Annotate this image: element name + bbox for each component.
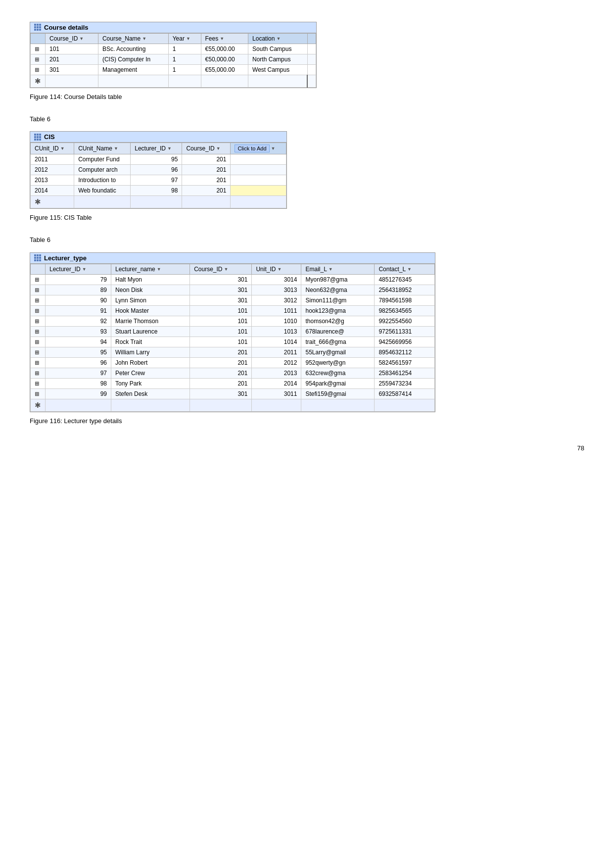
row-expand[interactable]: ⊞ xyxy=(31,388,46,399)
row-expand[interactable]: ⊞ xyxy=(31,357,46,368)
cell-cunit-name: Computer arch xyxy=(74,165,131,175)
col-header-lecturer-id[interactable]: Lecturer_ID ▼ xyxy=(46,264,111,274)
cell-empty xyxy=(301,399,375,411)
col-header-cunit-name[interactable]: CUnit_Name ▼ xyxy=(74,143,131,154)
cell-email: trait_666@gma xyxy=(301,337,375,347)
row-expand[interactable]: ⊞ xyxy=(31,368,46,378)
col-header-click-to-add[interactable]: Click to Add ▼ xyxy=(231,143,286,154)
row-expand[interactable]: ⊞ xyxy=(31,316,46,326)
new-record-marker: ✱ xyxy=(31,196,74,208)
course-id-sort-arrow[interactable]: ▼ xyxy=(216,146,221,151)
cis-title-bar: CIS xyxy=(30,132,286,143)
col-header-year[interactable]: Year ▼ xyxy=(168,33,201,44)
row-expand[interactable]: ⊞ xyxy=(31,378,46,388)
row-expand[interactable]: ⊞ xyxy=(31,326,46,337)
table6-label: Table 6 xyxy=(30,236,584,243)
col-header-location[interactable]: Location ▼ xyxy=(248,33,307,44)
col-header-lecturer-id[interactable]: Lecturer_ID ▼ xyxy=(131,143,182,154)
lecturer-type-figure-label: Figure 116: Lecturer type details xyxy=(30,417,584,425)
cell-email: hook123@gma xyxy=(301,305,375,316)
cell-year: 1 xyxy=(168,44,201,54)
new-record-marker: ✱ xyxy=(31,75,46,87)
cell-email: Neon632@gma xyxy=(301,285,375,295)
cell-empty xyxy=(252,399,301,411)
cell-lid: 98 xyxy=(46,378,111,388)
col-header-cunit-id[interactable]: CUnit_ID ▼ xyxy=(31,143,74,154)
cell-cunit-id: 2013 xyxy=(31,175,74,186)
cell-cunit-name: Web foundatic xyxy=(74,186,131,196)
col-header-course-name[interactable]: Course_Name ▼ xyxy=(98,33,168,44)
cell-contact: 9922554560 xyxy=(375,316,435,326)
col-header-course-id[interactable]: Course_ID ▼ xyxy=(182,143,231,154)
course-name-sort-arrow[interactable]: ▼ xyxy=(142,36,146,41)
cell-contact: 9725611331 xyxy=(375,326,435,337)
lname-sort-arrow[interactable]: ▼ xyxy=(157,267,161,272)
col-header-lecturer-name[interactable]: Lecturer_name ▼ xyxy=(111,264,190,274)
row-expand[interactable]: ⊞ xyxy=(31,285,46,295)
row-expand[interactable]: ⊞ xyxy=(31,295,46,305)
col-header-email[interactable]: Email_L ▼ xyxy=(301,264,375,274)
col-header-fees[interactable]: Fees ▼ xyxy=(201,33,248,44)
cell-course-name: BSc. Accounting xyxy=(98,44,168,54)
row-expand[interactable]: ⊞ xyxy=(31,274,46,285)
cell-email: 952qwerty@gn xyxy=(301,357,375,368)
cell-cid: 101 xyxy=(190,305,252,316)
cell-course-name: (CIS) Computer In xyxy=(98,54,168,64)
uid-sort-arrow[interactable]: ▼ xyxy=(277,267,282,272)
lid-sort-arrow[interactable]: ▼ xyxy=(82,267,87,272)
cell-uid: 2012 xyxy=(252,357,301,368)
table-row: ⊞ 101 BSc. Accounting 1 €55,000.00 South… xyxy=(31,44,316,54)
cell-lname: Stuart Laurence xyxy=(111,326,190,337)
cunit-name-sort-arrow[interactable]: ▼ xyxy=(114,146,118,151)
cell-empty xyxy=(375,399,435,411)
lecturer-id-sort-arrow[interactable]: ▼ xyxy=(167,146,172,151)
table-row: ⊞ 89 Neon Disk 301 3013 Neon632@gma 2564… xyxy=(31,285,435,295)
location-sort-arrow[interactable]: ▼ xyxy=(276,36,281,41)
cis-section: CIS CUnit_ID ▼ CUnit_Name ▼ xyxy=(30,130,584,222)
course-id-sort-arrow[interactable]: ▼ xyxy=(79,36,84,41)
row-expand[interactable]: ⊞ xyxy=(31,54,46,64)
year-sort-arrow[interactable]: ▼ xyxy=(186,36,190,41)
new-record-row: ✱ xyxy=(31,75,316,87)
cell-lid: 99 xyxy=(46,388,111,399)
cell-lname: William Larry xyxy=(111,347,190,357)
cell-contact: 8954632112 xyxy=(375,347,435,357)
click-to-add-sort-arrow[interactable]: ▼ xyxy=(271,146,276,151)
table-row: 2013 Introduction to 97 201 xyxy=(31,175,286,186)
col-header-unit-id[interactable]: Unit_ID ▼ xyxy=(252,264,301,274)
course-details-figure-label: Figure 114: Course Details table xyxy=(30,93,584,100)
cell-cunit-id: 2011 xyxy=(31,154,74,165)
cell-course-id: 201 xyxy=(182,186,231,196)
fees-sort-arrow[interactable]: ▼ xyxy=(220,36,224,41)
cell-year: 1 xyxy=(168,64,201,75)
cid-sort-arrow[interactable]: ▼ xyxy=(224,267,229,272)
table-row: ⊞ 98 Tony Park 201 2014 954park@gmai 255… xyxy=(31,378,435,388)
cis-header-row: CUnit_ID ▼ CUnit_Name ▼ Lecturer_ID xyxy=(31,143,286,154)
table-row: ⊞ 92 Marrie Thomson 101 1010 thomson42@g… xyxy=(31,316,435,326)
table-row: 2014 Web foundatic 98 201 xyxy=(31,186,286,196)
cunit-id-sort-arrow[interactable]: ▼ xyxy=(60,146,65,151)
table-row: ⊞ 93 Stuart Laurence 101 1013 678laurenc… xyxy=(31,326,435,337)
cell-lecturer-id: 96 xyxy=(131,165,182,175)
grid-icon xyxy=(34,24,41,31)
row-expand[interactable]: ⊞ xyxy=(31,44,46,54)
row-expand[interactable]: ⊞ xyxy=(31,337,46,347)
cell-uid: 3013 xyxy=(252,285,301,295)
cell-empty xyxy=(190,399,252,411)
cell-empty xyxy=(307,75,316,87)
cell-uid: 2013 xyxy=(252,368,301,378)
row-expand[interactable]: ⊞ xyxy=(31,347,46,357)
row-expand[interactable]: ⊞ xyxy=(31,64,46,75)
col-header-course-id[interactable]: Course_ID ▼ xyxy=(46,33,98,44)
cell-lid: 92 xyxy=(46,316,111,326)
cell-lname: Tony Park xyxy=(111,378,190,388)
row-expand[interactable]: ⊞ xyxy=(31,305,46,316)
col-header-course-id[interactable]: Course_ID ▼ xyxy=(190,264,252,274)
cell-course-id: 201 xyxy=(182,165,231,175)
cell-contact: 9425669956 xyxy=(375,337,435,347)
contact-sort-arrow[interactable]: ▼ xyxy=(407,267,412,272)
col-header-contact[interactable]: Contact_L ▼ xyxy=(375,264,435,274)
course-details-header-row: Course_ID ▼ Course_Name ▼ Year ▼ xyxy=(31,33,316,44)
cell-contact: 6932587414 xyxy=(375,388,435,399)
email-sort-arrow[interactable]: ▼ xyxy=(329,267,333,272)
